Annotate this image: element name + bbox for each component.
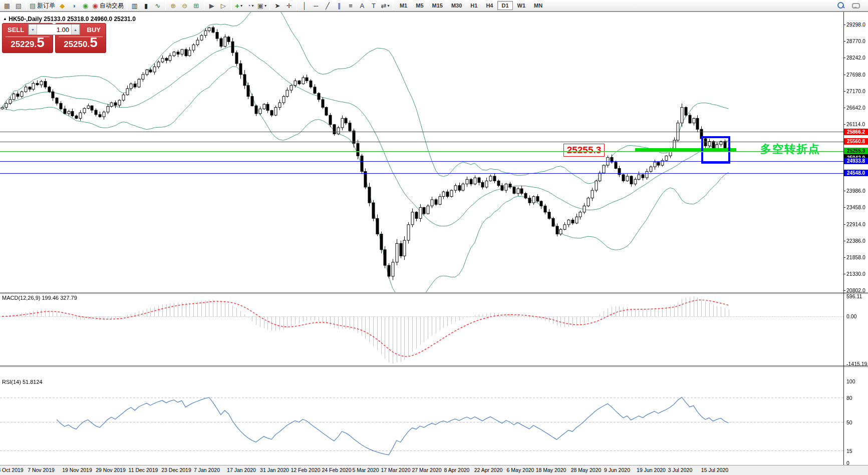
price-axis-tick: 20802.0	[846, 287, 865, 293]
timeframe-button-m1[interactable]: M1	[396, 1, 411, 10]
toolbar-separator	[165, 1, 166, 10]
bar-chart-icon[interactable]: ▥	[129, 1, 140, 11]
turning-point-text[interactable]: 多空转折点	[760, 142, 820, 157]
price-axis-tickmark	[843, 75, 845, 75]
timeframe-button-d1[interactable]: D1	[497, 1, 512, 10]
chevron-down-icon[interactable]: ▾	[387, 4, 389, 8]
market-watch-icon[interactable]: ◑	[68, 1, 79, 11]
pane-splitter[interactable]	[0, 365, 868, 367]
periods-icon[interactable]: ◔▾	[245, 1, 256, 11]
date-axis-label: 29 Nov 2019	[96, 467, 126, 473]
price-axis-border	[843, 12, 844, 465]
price-axis-tick: 26114.0	[846, 121, 865, 127]
toolbar-separator	[231, 1, 231, 10]
timeframe-button-w1[interactable]: W1	[513, 1, 530, 10]
crosshair-icon[interactable]: ✛	[283, 1, 295, 11]
line-chart-icon[interactable]: ∿	[152, 1, 163, 11]
text-icon[interactable]: A	[357, 1, 368, 11]
search-icon[interactable]	[835, 1, 846, 11]
auto-scroll-icon[interactable]: ▶	[206, 1, 217, 11]
date-axis-label: 6 May 2020	[507, 467, 534, 473]
chart-profile-icon[interactable]: ▧	[13, 1, 24, 11]
chat-icon[interactable]	[850, 1, 861, 11]
templates-icon[interactable]: ▣▾	[256, 1, 267, 11]
chevron-down-icon[interactable]: ▾	[240, 4, 242, 8]
toolbar-separator	[393, 1, 393, 10]
tile-windows-icon[interactable]: ⊞	[191, 1, 202, 11]
price-axis-tick: 22386.0	[846, 238, 865, 244]
price-axis-tickmark	[843, 58, 845, 58]
collapse-triangle-icon[interactable]: ▲	[3, 17, 7, 21]
date-axis-label: 19 Nov 2019	[62, 467, 92, 473]
date-axis-label: 24 Feb 2020	[322, 467, 352, 473]
channel-icon[interactable]: ∥	[334, 1, 345, 11]
timeframe-button-m5[interactable]: M5	[412, 1, 427, 10]
volume-increase-button[interactable]: ▲	[71, 25, 80, 35]
horizontal-line-24933.8[interactable]	[0, 161, 843, 162]
zoom-out-icon[interactable]: ⊖	[179, 1, 190, 11]
date-axis-label: 5 Mar 2020	[352, 467, 379, 473]
price-badge-24933.8: 24933.8	[844, 158, 868, 164]
new-order-button[interactable]: ▤新订单	[29, 1, 56, 11]
date-axis-label: 23 Dec 2019	[161, 467, 191, 473]
rsi-axis-tick: 15	[846, 448, 852, 454]
date-axis-label: 15 Jul 2020	[701, 467, 728, 473]
volume-input[interactable]	[37, 25, 71, 35]
chevron-down-icon[interactable]: ▾	[264, 4, 266, 8]
trendline-icon[interactable]: ╱	[322, 1, 333, 11]
chevron-down-icon[interactable]: ▾	[252, 4, 254, 8]
horizontal-line-24548[interactable]	[0, 173, 843, 174]
price-axis-tick: 28242.0	[846, 55, 865, 61]
volume-stepper: ▼ ▲	[28, 24, 80, 35]
price-axis-tick: 27170.0	[846, 88, 865, 94]
price-axis-tick: 23458.0	[846, 204, 865, 210]
signal-icon[interactable]: ◉	[80, 1, 91, 11]
fibonacci-icon[interactable]: ≡	[345, 1, 356, 11]
cursor-icon[interactable]: ➤	[272, 1, 283, 11]
indicators-icon[interactable]: +▾	[233, 1, 244, 11]
date-axis-label: 17 Mar 2020	[381, 467, 411, 473]
horizontal-line-25560.8[interactable]	[0, 142, 843, 142]
timeframe-button-m15[interactable]: M15	[428, 1, 447, 10]
horizontal-line-25866.2[interactable]	[0, 132, 843, 132]
price-axis-tick: 23986.0	[846, 188, 865, 194]
label-icon[interactable]: T	[368, 1, 379, 11]
pane-splitter[interactable]	[0, 292, 868, 294]
horizontal-line-icon[interactable]: ─	[311, 1, 322, 11]
timeframe-button-mn[interactable]: MN	[530, 1, 546, 10]
timeframe-button-m30[interactable]: M30	[447, 1, 466, 10]
rsi-axis-tick: 50	[846, 419, 852, 425]
date-axis-label: 18 May 2020	[536, 467, 566, 473]
price-axis-tick: 28770.0	[846, 38, 865, 44]
arrows-icon[interactable]: ⇄▾	[380, 1, 391, 11]
price-callout-label[interactable]: 25255.3	[563, 144, 605, 157]
date-axis-label: 9 Jun 2020	[604, 467, 630, 473]
date-axis-label: 8 Apr 2020	[444, 467, 470, 473]
date-axis-label: 22 Apr 2020	[474, 467, 503, 473]
horizontal-line-25229.5[interactable]	[0, 152, 843, 152]
main-toolbar: ▦▧▤新订单◆◑◉◉自动交易▥▮∿⊕⊖⊞▶▷+▾◔▾▣▾➤✛│─╱∥≡AT⇄▾ …	[0, 0, 868, 12]
toolbar-separator	[26, 1, 27, 10]
vertical-line-icon[interactable]: │	[299, 1, 310, 11]
trading-platform-window: ▦▧▤新订单◆◑◉◉自动交易▥▮∿⊕⊖⊞▶▷+▾◔▾▣▾➤✛│─╱∥≡AT⇄▾ …	[0, 0, 868, 475]
volume-decrease-button[interactable]: ▼	[29, 25, 37, 35]
chart-shift-icon[interactable]: ▷	[218, 1, 229, 11]
price-axis-tickmark	[843, 290, 845, 291]
autotrading-button[interactable]: ◉自动交易	[91, 1, 124, 11]
timeframe-button-h1[interactable]: H1	[466, 1, 481, 10]
candlestick-chart-icon[interactable]: ▮	[141, 1, 152, 11]
toolbar-separator	[297, 1, 297, 10]
date-axis-label: 31 Jan 2020	[260, 467, 289, 473]
price-axis-tick: 29298.0	[846, 22, 865, 28]
timeframe-button-h4[interactable]: H4	[482, 1, 497, 10]
window-tile-icon[interactable]: ▦	[2, 1, 13, 11]
rsi-pane-canvas[interactable]	[0, 367, 843, 465]
metaeditor-icon[interactable]: ◆	[57, 1, 68, 11]
price-axis-tick: 22914.0	[846, 221, 865, 227]
blue-rectangle-annotation[interactable]	[701, 136, 730, 164]
macd-pane-canvas[interactable]	[0, 294, 843, 366]
zoom-in-icon[interactable]: ⊕	[168, 1, 179, 11]
price-axis-tickmark	[843, 124, 845, 125]
macd-axis-tick: 596.11	[846, 293, 862, 299]
price-badge-25255.3: 25255.3	[844, 148, 868, 154]
